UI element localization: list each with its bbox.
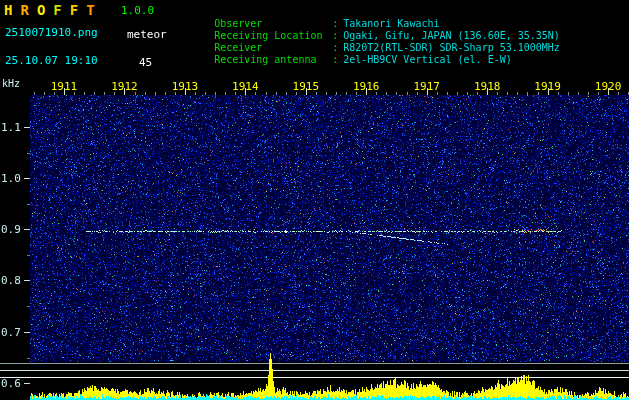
time-label: 1911 (50, 80, 78, 93)
freq-label: 0.9 (1, 223, 20, 236)
app-title-letter: H (4, 2, 12, 18)
info-row-receiving-antenna: Receiving antenna:2el-HB9CV Vertical (el… (178, 43, 512, 76)
app-title-letter: R (20, 2, 28, 18)
info-label: Receiving antenna (214, 54, 332, 65)
info-separator: : (332, 54, 338, 65)
spectrogram-canvas (0, 75, 629, 400)
freq-label: 1.1 (1, 121, 20, 134)
app-title: HROFFT (4, 2, 103, 18)
freq-label: 0.8 (1, 274, 20, 287)
time-label: 1919 (534, 80, 562, 93)
time-label: 1917 (413, 80, 441, 93)
app-title-letter: O (37, 2, 45, 18)
freq-axis-unit: kHz (2, 78, 20, 89)
output-filename: 2510071910.png (5, 26, 98, 39)
time-label: 1915 (292, 80, 320, 93)
mode-label: meteor (127, 28, 167, 41)
echo-count: 45 (139, 56, 152, 69)
time-label: 1916 (352, 80, 380, 93)
app-title-letter: T (86, 2, 94, 18)
app-title-letter: F (53, 2, 61, 18)
time-label: 1914 (231, 80, 259, 93)
observation-datetime: 25.10.07 19:10 (5, 54, 98, 67)
freq-label: 1.0 (1, 172, 20, 185)
time-label: 1920 (594, 80, 622, 93)
hrofft-window: HROFFT 1.0.0 2510071910.png meteor 25.10… (0, 0, 629, 400)
freq-label: 0.6 (1, 377, 20, 390)
freq-label: 0.7 (1, 326, 20, 339)
time-label: 1912 (110, 80, 138, 93)
app-version: 1.0.0 (121, 4, 154, 17)
time-label: 1913 (171, 80, 199, 93)
time-label: 1918 (473, 80, 501, 93)
app-title-letter: F (70, 2, 78, 18)
info-value: 2el-HB9CV Vertical (el. E-W) (343, 54, 512, 65)
